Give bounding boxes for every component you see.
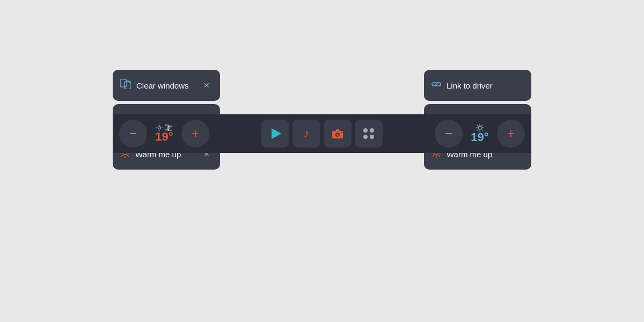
navigation-button[interactable]	[261, 120, 289, 148]
music-button[interactable]: ♪	[292, 120, 320, 148]
left-plus-button[interactable]: +	[181, 120, 209, 148]
right-minus-button[interactable]: −	[435, 120, 463, 148]
svg-line-54	[477, 125, 478, 126]
minus-icon-left: −	[129, 126, 137, 141]
right-temperature: 19°	[471, 131, 488, 143]
toolbar-left-section: − 19° +	[119, 120, 209, 148]
left-temp-display: 19°	[150, 125, 178, 143]
svg-line-37	[433, 155, 434, 157]
link-to-driver-item[interactable]: Link to driver	[424, 70, 531, 101]
grid-button[interactable]	[355, 120, 383, 148]
item-left-link: Link to driver	[431, 80, 493, 90]
plus-icon-right: +	[507, 126, 515, 141]
clear-windows-item[interactable]: Clear windows ✕	[113, 70, 220, 101]
toolbar-right-section: − 19° +	[435, 120, 525, 148]
svg-line-35	[438, 155, 440, 157]
clear-windows-label: Clear windows	[136, 81, 189, 90]
clear-windows-icon	[120, 79, 131, 92]
grid-dot-1	[363, 128, 368, 133]
item-left-clear: Clear windows	[120, 79, 189, 92]
climate-toolbar: − 19° +	[113, 114, 531, 153]
left-temperature: 19°	[155, 131, 173, 143]
grid-dot-2	[370, 128, 374, 133]
svg-rect-0	[120, 79, 127, 87]
link-icon	[431, 80, 441, 90]
svg-point-38	[158, 127, 161, 129]
svg-point-49	[478, 126, 481, 129]
svg-line-17	[127, 155, 129, 157]
clear-windows-close[interactable]: ✕	[201, 79, 213, 91]
plus-icon-left: +	[192, 126, 199, 141]
navigation-icon	[272, 128, 281, 139]
left-minus-button[interactable]: −	[119, 120, 147, 148]
svg-line-56	[481, 125, 482, 126]
svg-rect-48	[341, 132, 342, 133]
right-plus-button[interactable]: +	[497, 120, 525, 148]
grid-icon	[363, 128, 374, 139]
camera-icon	[331, 128, 344, 139]
svg-line-19	[121, 155, 123, 157]
toolbar-center-section: ♪	[261, 120, 383, 148]
svg-rect-43	[165, 125, 169, 130]
svg-point-47	[336, 134, 339, 136]
music-icon: ♪	[304, 127, 310, 141]
link-to-driver-label: Link to driver	[447, 81, 493, 90]
grid-dot-4	[370, 135, 374, 139]
minus-icon-right: −	[445, 126, 452, 141]
grid-dot-3	[363, 135, 368, 139]
camera-button[interactable]	[324, 120, 352, 148]
right-temp-display: 19°	[466, 124, 494, 143]
